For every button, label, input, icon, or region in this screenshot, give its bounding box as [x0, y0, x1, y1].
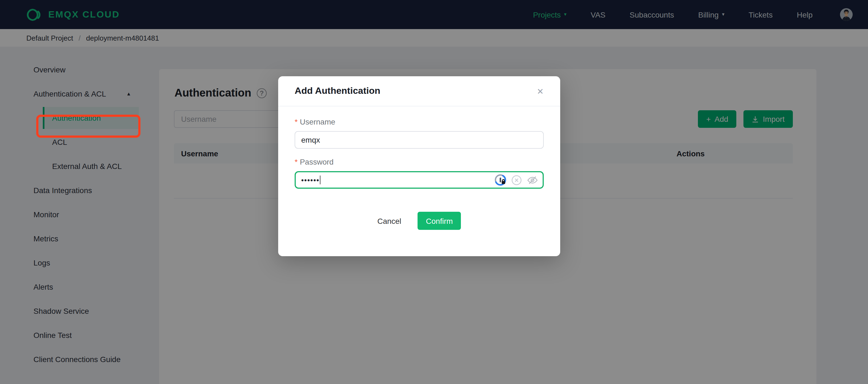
text-cursor — [320, 175, 321, 184]
dialog-title: Add Authentication — [294, 86, 380, 97]
eye-slash-icon[interactable] — [527, 175, 538, 185]
required-mark: * — [294, 157, 298, 166]
add-authentication-dialog: Add Authentication ✕ * Username * Passwo… — [278, 76, 560, 256]
cancel-button[interactable]: Cancel — [377, 216, 401, 225]
username-input[interactable] — [294, 131, 544, 149]
password-field-icons — [494, 174, 538, 186]
password-input[interactable]: •••••• — [294, 171, 544, 189]
dialog-footer: Cancel Confirm — [294, 212, 544, 230]
required-mark: * — [294, 118, 298, 126]
password-masked-value: •••••• — [301, 177, 319, 184]
username-field-group: * Username — [294, 118, 544, 149]
dialog-body: * Username * Password •••••• — [278, 106, 560, 230]
password-field-group: * Password •••••• — [294, 157, 544, 189]
app-viewport: EMQX CLOUD Projects ▾ VAS Subaccounts Bi… — [0, 0, 868, 384]
username-field-label: * Username — [294, 118, 544, 126]
dialog-header: Add Authentication ✕ — [278, 76, 560, 106]
clear-input-icon[interactable] — [512, 175, 522, 185]
password-field-label: * Password — [294, 157, 544, 166]
close-icon[interactable]: ✕ — [537, 87, 544, 95]
confirm-button[interactable]: Confirm — [418, 212, 461, 230]
password-manager-icon[interactable] — [494, 174, 506, 186]
